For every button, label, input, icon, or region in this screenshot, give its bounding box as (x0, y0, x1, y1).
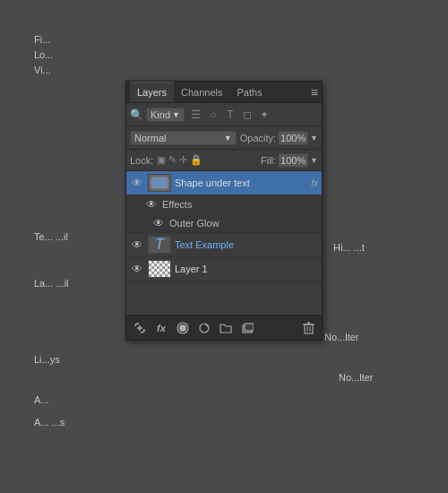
layer-thumb-shape (148, 174, 171, 192)
filter-smart-icon[interactable]: ✦ (257, 108, 271, 122)
lock-move-icon[interactable]: ✛ (179, 154, 187, 166)
opacity-group: Opacity: 100% ▼ (240, 131, 318, 145)
layer-name-text: Text Example (175, 239, 318, 250)
bottom-bar: fx (126, 315, 322, 340)
blend-mode-dropdown[interactable]: Normal ▼ (130, 131, 237, 145)
tab-paths[interactable]: Paths (230, 82, 270, 102)
delete-layer-button[interactable] (298, 318, 318, 338)
label-add: A... (34, 394, 49, 405)
new-adjustment-button[interactable] (194, 318, 214, 338)
adjustment-icon (198, 322, 211, 334)
filter-kind-dropdown[interactable]: Kind ▼ (146, 108, 185, 122)
visibility-toggle-outer-glow[interactable]: 👁 (151, 216, 166, 230)
layer-item-shape[interactable]: 👁 Shape under text fx (126, 171, 322, 195)
layer-name-pixel: Layer 1 (175, 264, 318, 274)
effects-label: Effects (162, 199, 192, 210)
lock-paint-icon[interactable]: ✎ (168, 154, 177, 166)
svg-rect-0 (151, 177, 168, 188)
label-layer-panel: La... ...il (34, 278, 69, 289)
label-annotation1: No...lter (324, 332, 359, 342)
effects-group: 👁 Effects 👁 Outer Glow (126, 195, 322, 233)
label-filter: Fi... (34, 34, 50, 45)
blend-mode-value: Normal (134, 133, 166, 143)
layer-thumb-text: T (148, 236, 171, 254)
visibility-toggle-pixel[interactable]: 👁 (130, 262, 144, 276)
new-layer-icon (241, 322, 254, 334)
tabs-bar: Layers Channels Paths ≡ (126, 82, 322, 103)
add-style-button[interactable]: fx (151, 318, 171, 338)
panel-menu-icon[interactable]: ≡ (311, 85, 318, 99)
filter-kind-label: Kind (151, 109, 170, 120)
label-highlight: Hi... ...t (333, 242, 365, 253)
new-group-button[interactable] (216, 318, 236, 338)
add-mask-button[interactable] (173, 318, 193, 338)
search-icon: 🔍 (130, 108, 143, 121)
fx-badge-shape: fx (311, 178, 318, 188)
filter-pixel-icon[interactable]: ☰ (189, 108, 203, 122)
link-icon (134, 322, 146, 334)
visibility-toggle-shape[interactable]: 👁 (130, 176, 144, 190)
opacity-chevron-icon: ▼ (310, 134, 318, 143)
svg-point-2 (179, 324, 186, 332)
blend-row: Normal ▼ Opacity: 100% ▼ (126, 126, 322, 150)
outer-glow-label: Outer Glow (169, 218, 220, 229)
lock-icons-group: ▣ ✎ ✛ 🔒 (157, 154, 202, 166)
lock-transparent-icon[interactable]: ▣ (157, 154, 166, 166)
lock-label: Lock: (130, 155, 153, 166)
filter-text-icon[interactable]: T (223, 108, 237, 122)
label-add-style: A... ...s (34, 417, 65, 428)
visibility-toggle-effects[interactable]: 👁 (144, 197, 159, 212)
outer-glow-item[interactable]: 👁 Outer Glow (126, 214, 322, 233)
shape-thumb-svg (150, 176, 169, 190)
lock-row: Lock: ▣ ✎ ✛ 🔒 Fill: 100% ▼ (126, 150, 322, 171)
blend-chevron-icon: ▼ (224, 134, 232, 143)
fill-input[interactable]: 100% (278, 153, 308, 168)
label-annotation2: No...lter (339, 372, 374, 383)
link-layers-button[interactable] (130, 318, 150, 338)
opacity-input[interactable]: 100% (278, 131, 308, 145)
fill-group: Fill: 100% ▼ (261, 153, 318, 168)
svg-rect-6 (305, 324, 313, 333)
trash-icon (303, 322, 314, 334)
tab-channels[interactable]: Channels (174, 82, 229, 102)
layers-panel: Layers Channels Paths ≡ 🔍 Kind ▼ ☰ ○ T ◻… (125, 81, 323, 341)
lock-all-icon[interactable]: 🔒 (190, 154, 202, 166)
label-text-tool: Te... ...il (34, 231, 68, 242)
svg-rect-5 (245, 324, 254, 331)
visibility-toggle-text[interactable]: 👁 (130, 238, 144, 252)
new-layer-button[interactable] (237, 318, 257, 338)
tab-layers[interactable]: Layers (130, 82, 174, 102)
chevron-down-icon: ▼ (172, 110, 180, 119)
filter-icons-group: ☰ ○ T ◻ ✦ (189, 108, 271, 122)
layer-name-shape: Shape under text (175, 177, 307, 188)
label-link-layers: Li...ys (34, 354, 60, 365)
layer-item-pixel[interactable]: 👁 Layer 1 (126, 257, 322, 281)
filter-row: 🔍 Kind ▼ ☰ ○ T ◻ ✦ (126, 103, 322, 126)
filter-shape-icon[interactable]: ◻ (240, 108, 254, 122)
effects-label-item[interactable]: 👁 Effects (126, 195, 322, 214)
opacity-label: Opacity: (240, 133, 276, 143)
layer-thumb-pixel (148, 260, 171, 278)
filter-adjustment-icon[interactable]: ○ (206, 108, 220, 122)
fill-chevron-icon: ▼ (310, 156, 318, 165)
layers-list: 👁 Shape under text fx 👁 Effects 👁 Outer … (126, 171, 322, 315)
fill-label: Fill: (261, 155, 276, 166)
folder-icon (220, 322, 232, 334)
mask-icon (177, 322, 189, 334)
label-visibility: Vi... (34, 65, 51, 75)
label-lock: Lo... (34, 49, 53, 60)
layer-item-text[interactable]: 👁 T Text Example (126, 233, 322, 257)
